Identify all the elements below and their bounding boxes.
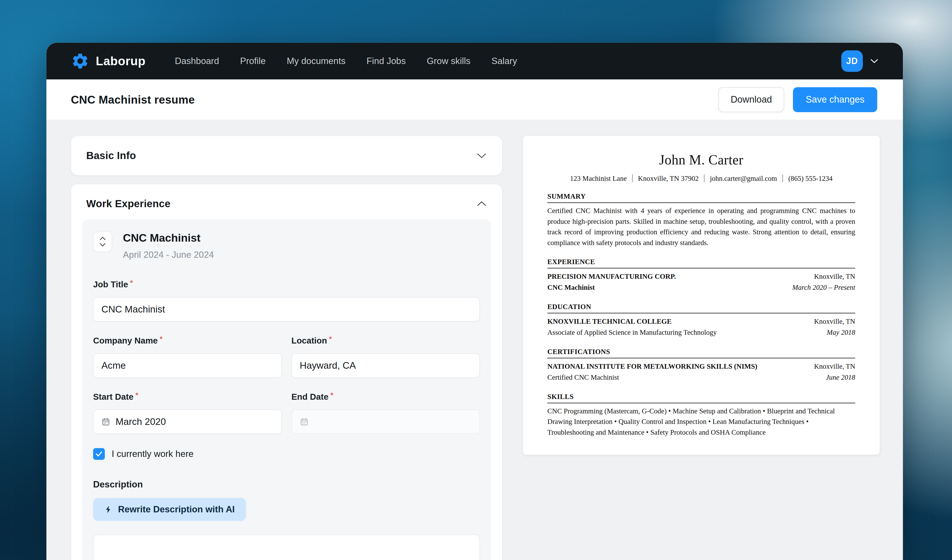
basic-info-accordion-toggle[interactable]: Basic Info: [71, 136, 502, 175]
description-textarea[interactable]: [93, 535, 480, 560]
location-label: Location: [292, 336, 327, 346]
resume-name: John M. Carter: [547, 152, 855, 168]
reorder-handle-icon[interactable]: [93, 231, 112, 252]
avatar[interactable]: JD: [841, 50, 863, 72]
nav-item-salary[interactable]: Salary: [491, 56, 517, 66]
resume-degree-date: May 2018: [827, 327, 855, 338]
resume-summary-text: Certified CNC Machinist with 4 years of …: [547, 205, 855, 248]
required-marker: *: [135, 391, 138, 399]
job-title-input[interactable]: [93, 297, 480, 321]
resume-section-heading: SUMMARY: [547, 192, 855, 201]
basic-info-section: Basic Info: [71, 136, 502, 176]
resume-cert-location: Knoxville, TN: [814, 361, 855, 372]
download-button[interactable]: Download: [719, 87, 784, 112]
nav-item-my-documents[interactable]: My documents: [287, 56, 346, 66]
end-date-input[interactable]: [292, 409, 480, 434]
resume-role-dates: March 2020 – Present: [792, 282, 855, 293]
required-marker: *: [130, 279, 133, 287]
resume-company-location: Knoxville, TN: [814, 271, 855, 282]
start-date-label: Start Date: [93, 392, 133, 402]
currently-work-here-row[interactable]: I currently work here: [93, 448, 480, 460]
entry-date-range: April 2024 - June 2024: [123, 250, 214, 260]
resume-education-section: EDUCATION KNOXVILLE TECHNICAL COLLEGE Kn…: [547, 303, 855, 338]
currently-work-here-checkbox[interactable]: [93, 448, 105, 460]
end-date-value[interactable]: [314, 417, 472, 427]
resume-school: KNOXVILLE TECHNICAL COLLEGE: [547, 316, 672, 327]
resume-school-location: Knoxville, TN: [814, 316, 855, 327]
nav-item-dashboard[interactable]: Dashboard: [175, 56, 219, 66]
resume-experience-section: EXPERIENCE PRECISION MANUFACTURING CORP.…: [547, 258, 855, 293]
resume-company: PRECISION MANUFACTURING CORP.: [547, 271, 676, 282]
currently-work-here-label: I currently work here: [112, 449, 193, 459]
required-marker: *: [329, 335, 332, 343]
work-experience-section: Work Experience CNC Machinist April 2: [71, 184, 502, 560]
resume-skills-section: SKILLS CNC Programming (Mastercam, G-Cod…: [547, 393, 855, 438]
resume-cert-name: Certified CNC Machinist: [547, 372, 619, 383]
company-name-label: Company Name: [93, 336, 158, 346]
gear-logo-icon: [71, 52, 90, 70]
chevron-up-icon: [476, 201, 487, 207]
entry-title: CNC Machinist: [123, 231, 214, 244]
resume-summary-section: SUMMARY Certified CNC Machinist with 4 y…: [547, 192, 855, 248]
chevron-down-icon: [476, 153, 487, 159]
resume-section-heading: CERTIFICATIONS: [547, 348, 855, 356]
brand[interactable]: Laborup: [71, 52, 145, 70]
resume-section-heading: EXPERIENCE: [547, 258, 855, 266]
save-changes-button[interactable]: Save changes: [793, 87, 877, 112]
resume-contact-line: 123 Machinist LaneKnoxville, TN 37902joh…: [547, 174, 855, 182]
nav-item-grow-skills[interactable]: Grow skills: [427, 56, 470, 66]
page-header: CNC Machinist resume Download Save chang…: [46, 79, 903, 120]
resume-email: john.carter@gmail.com: [704, 174, 782, 182]
resume-degree: Associate of Applied Science in Manufact…: [547, 327, 717, 338]
start-date-value[interactable]: [116, 417, 274, 427]
resume-section-heading: SKILLS: [547, 393, 855, 401]
nav-item-profile[interactable]: Profile: [240, 56, 266, 66]
resume-cert-date: June 2018: [826, 372, 855, 383]
work-experience-accordion-toggle[interactable]: Work Experience: [71, 184, 502, 219]
nav-items: Dashboard Profile My documents Find Jobs…: [175, 56, 517, 66]
company-name-input[interactable]: [93, 353, 282, 378]
rewrite-with-ai-label: Rewrite Description with AI: [118, 504, 235, 515]
resume-role: CNC Machinist: [547, 282, 595, 293]
app-window: Laborup Dashboard Profile My documents F…: [46, 43, 903, 560]
resume-skills-text: CNC Programming (Mastercam, G-Code) • Ma…: [547, 406, 855, 438]
resume-cert-org: NATIONAL INSTITUTE FOR METALWORKING SKIL…: [547, 361, 757, 372]
end-date-label: End Date: [292, 392, 329, 402]
rewrite-with-ai-button[interactable]: Rewrite Description with AI: [93, 498, 246, 521]
brand-name: Laborup: [96, 54, 145, 68]
resume-city: Knoxville, TN 37902: [632, 174, 704, 182]
nav-item-find-jobs[interactable]: Find Jobs: [366, 56, 406, 66]
resume-preview: John M. Carter 123 Machinist LaneKnoxvil…: [523, 136, 880, 455]
calendar-icon: [300, 417, 309, 426]
job-title-label: Job Title: [93, 279, 128, 289]
required-marker: *: [160, 335, 163, 343]
resume-phone: (865) 555-1234: [782, 174, 838, 182]
basic-info-title: Basic Info: [86, 150, 136, 162]
work-experience-title: Work Experience: [86, 198, 170, 210]
experience-entry: CNC Machinist April 2024 - June 2024 Job…: [82, 219, 491, 560]
location-input[interactable]: [292, 353, 480, 378]
lightning-bolt-icon: [104, 504, 113, 515]
resume-address: 123 Machinist Lane: [565, 174, 632, 182]
required-marker: *: [330, 391, 333, 399]
calendar-icon: [101, 417, 110, 426]
resume-editor: Basic Info Work Experience: [71, 136, 502, 560]
check-icon: [95, 451, 103, 457]
resume-section-heading: EDUCATION: [547, 303, 855, 311]
resume-certifications-section: CERTIFICATIONS NATIONAL INSTITUTE FOR ME…: [547, 348, 855, 383]
description-label: Description: [93, 479, 480, 490]
start-date-input[interactable]: [93, 409, 282, 434]
chevron-down-icon[interactable]: [870, 59, 878, 64]
top-nav: Laborup Dashboard Profile My documents F…: [46, 43, 903, 79]
page-title: CNC Machinist resume: [71, 93, 195, 106]
